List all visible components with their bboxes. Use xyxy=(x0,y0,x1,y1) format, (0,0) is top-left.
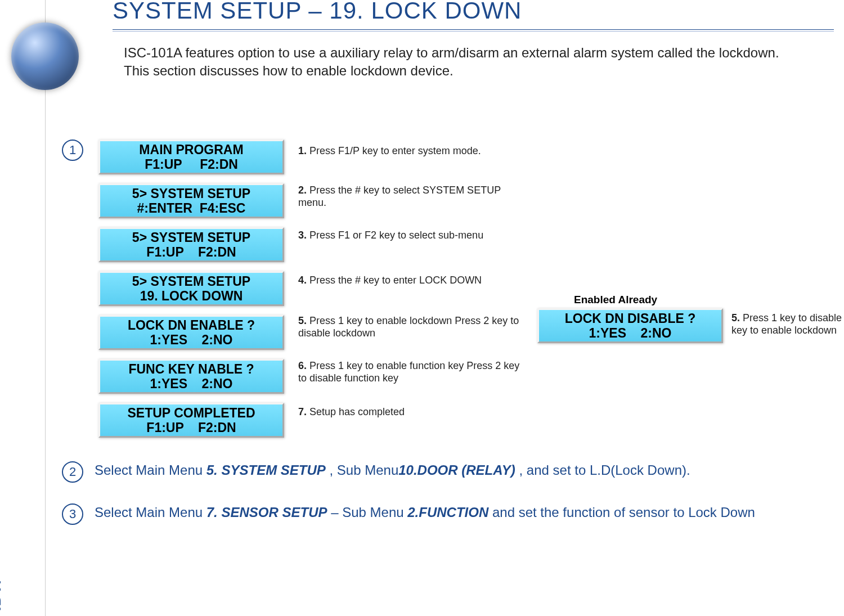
txt-em: 5. SYSTEM SETUP xyxy=(206,462,326,478)
enabled-already-label: Enabled Already xyxy=(574,294,657,306)
lcd-line: 1:YES 2:NO xyxy=(589,326,672,340)
lcd-screen-6: FUNC KEY NABLE ? 1:YES 2:NO xyxy=(98,359,284,394)
instruction-5: 5. Press 1 key to enable lockdown Press … xyxy=(298,315,523,339)
lcd-line: F1:UP F2:DN xyxy=(146,420,236,435)
lcd-line: 1:YES 2:NO xyxy=(150,332,233,347)
txt: , Sub Menu xyxy=(326,462,398,478)
instruction-1: 1. Press F1/P key to enter system mode. xyxy=(298,145,523,158)
instr-text: Press F1 or F2 key to select sub-menu xyxy=(307,230,483,241)
lcd-screen-disable: LOCK DN DISABLE ? 1:YES 2:NO xyxy=(537,308,723,343)
instr-text: Setup has completed xyxy=(307,406,405,417)
lcd-line: F1:UP F2:DN xyxy=(145,157,238,172)
lcd-screen-4: 5> SYSTEM SETUP 19. LOCK DOWN xyxy=(98,271,284,306)
lcd-line: 19. LOCK DOWN xyxy=(140,289,243,303)
instr-num: 3. xyxy=(298,230,307,241)
lcd-line: FUNC KEY NABLE ? xyxy=(128,362,254,376)
instr-text: Press F1/P key to enter system mode. xyxy=(307,145,481,156)
instr-text: Press 1 key to enable lockdown Press 2 k… xyxy=(298,315,519,339)
numcirc-1: 1 xyxy=(62,140,83,161)
lcd-line: #:ENTER F4:ESC xyxy=(137,201,246,215)
lcd-line: LOCK DN DISABLE ? xyxy=(565,311,696,326)
instr-text: Press 1 key to enable function key Press… xyxy=(298,360,519,384)
numcirc-3: 3 xyxy=(62,503,83,525)
left-rail xyxy=(0,0,46,616)
instr-num: 2. xyxy=(298,185,307,196)
lcd-line: 5> SYSTEM SETUP xyxy=(132,186,250,201)
lcd-screen-1: MAIN PROGRAM F1:UP F2:DN xyxy=(98,140,284,174)
section-3-text: Select Main Menu 7. SENSOR SETUP – Sub M… xyxy=(95,503,755,521)
page-title: SYSTEM SETUP – 19. LOCK DOWN xyxy=(113,0,522,24)
brand-logo: IDTi xyxy=(0,579,5,610)
instruction-3: 3. Press F1 or F2 key to select sub-menu xyxy=(298,230,523,242)
txt: and set the function of sensor to Lock D… xyxy=(488,505,755,520)
device-badge-icon xyxy=(11,23,79,90)
instruction-5-alt: 5. Press 1 key to disable lockdown Press… xyxy=(731,312,844,336)
instr-text: Press the # key to enter LOCK DOWN xyxy=(307,275,482,286)
lcd-line: 1:YES 2:NO xyxy=(150,376,233,391)
lcd-column: MAIN PROGRAM F1:UP F2:DN 5> SYSTEM SETUP… xyxy=(98,140,284,447)
txt-em: 10.DOOR (RELAY) xyxy=(398,462,515,478)
numcirc-2: 2 xyxy=(62,461,83,483)
section-number-1: 1 xyxy=(62,140,83,161)
txt: Select Main Menu xyxy=(95,462,206,478)
lcd-line: SETUP COMPLETED xyxy=(127,406,255,420)
lcd-screen-2: 5> SYSTEM SETUP #:ENTER F4:ESC xyxy=(98,183,284,218)
txt: – Sub Menu xyxy=(327,505,408,520)
txt-em: 2.FUNCTION xyxy=(407,505,488,520)
lcd-line: MAIN PROGRAM xyxy=(139,142,243,157)
txt-em: 7. SENSOR SETUP xyxy=(206,505,327,520)
txt: Select Main Menu xyxy=(95,505,206,520)
instr-num: 7. xyxy=(298,406,307,417)
title-rule xyxy=(113,29,834,32)
section-2-text: Select Main Menu 5. SYSTEM SETUP , Sub M… xyxy=(95,461,690,479)
section-3: 3 Select Main Menu 7. SENSOR SETUP – Sub… xyxy=(62,503,844,525)
lcd-line: 5> SYSTEM SETUP xyxy=(132,230,250,245)
instr-text: Press the # key to select SYSTEM SETUP m… xyxy=(298,185,501,208)
lcd-screen-7: SETUP COMPLETED F1:UP F2:DN xyxy=(98,403,284,438)
lcd-line: F1:UP F2:DN xyxy=(146,245,236,259)
lcd-screen-5: LOCK DN ENABLE ? 1:YES 2:NO xyxy=(98,315,284,350)
lcd-screen-3: 5> SYSTEM SETUP F1:UP F2:DN xyxy=(98,227,284,262)
instruction-6: 6. Press 1 key to enable function key Pr… xyxy=(298,360,523,384)
instr-num: 5. xyxy=(298,315,307,326)
instruction-2: 2. Press the # key to select SYSTEM SETU… xyxy=(298,185,523,209)
txt: , and set to L.D(Lock Down). xyxy=(515,462,690,478)
instr-num: 5. xyxy=(731,312,740,323)
instr-num: 4. xyxy=(298,275,307,286)
instr-text: Press 1 key to disable lockdown Press 2 … xyxy=(731,312,844,336)
lcd-line: LOCK DN ENABLE ? xyxy=(128,318,255,332)
instruction-7: 7. Setup has completed xyxy=(298,406,523,419)
intro-text: ISC-101A features option to use a auxili… xyxy=(124,44,799,80)
lcd-line: 5> SYSTEM SETUP xyxy=(132,274,250,289)
instr-num: 1. xyxy=(298,145,307,156)
instr-num: 6. xyxy=(298,360,307,371)
section-2: 2 Select Main Menu 5. SYSTEM SETUP , Sub… xyxy=(62,461,844,483)
instruction-4: 4. Press the # key to enter LOCK DOWN xyxy=(298,275,523,287)
